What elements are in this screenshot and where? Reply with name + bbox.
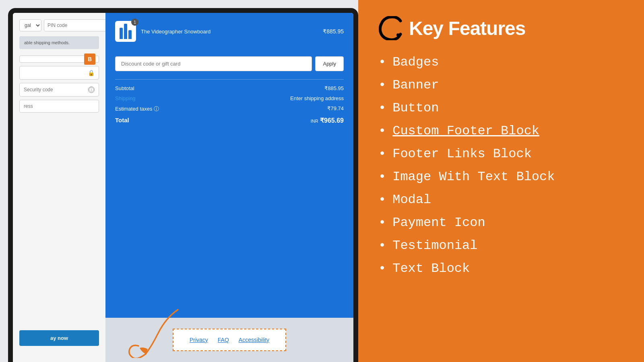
- list-item: Payment Icon: [378, 215, 624, 230]
- taxes-value: ₹79.74: [327, 105, 344, 113]
- feature-label: Image With Text Block: [392, 169, 555, 184]
- list-item: Testimonial: [378, 238, 624, 253]
- total-prefix: INR: [311, 119, 318, 123]
- list-item: Banner: [378, 78, 624, 93]
- card-brand-icon: B: [84, 53, 95, 65]
- total-value: INR ₹965.69: [311, 117, 344, 124]
- product-badge: 1: [131, 19, 138, 26]
- bar2: [124, 24, 127, 39]
- feature-label: Footer Links Block: [392, 146, 532, 161]
- checkout-footer-area: Privacy FAQ Accessibility: [105, 318, 353, 362]
- subtotal-label: Subtotal: [115, 85, 134, 91]
- checkout-main: 1 The Videographer Snowboard ₹885.95: [105, 13, 353, 362]
- feature-label: Custom Footer Block: [392, 123, 539, 138]
- info-icon: ⓘ: [88, 86, 95, 93]
- country-select[interactable]: gal: [19, 19, 41, 31]
- grand-total-row: Total INR ₹965.69: [115, 117, 344, 124]
- pay-now-button[interactable]: ay now: [19, 330, 99, 346]
- feature-label: Text Block: [392, 261, 470, 276]
- lock-icon: 🔒: [88, 70, 95, 76]
- footer-links-box: Privacy FAQ Accessibility: [173, 329, 286, 351]
- checkout-sidebar: gal able shipping methods. B 🔒: [13, 13, 105, 362]
- list-item-custom-footer: Custom Footer Block: [378, 123, 624, 138]
- list-item: Modal: [378, 192, 624, 207]
- accessibility-link[interactable]: Accessibility: [239, 337, 269, 343]
- key-features-header: Key Features: [378, 16, 624, 40]
- apply-button[interactable]: Apply: [315, 56, 344, 71]
- feature-label: Payment Icon: [392, 215, 485, 230]
- discount-row: Apply: [115, 56, 344, 71]
- bar1: [120, 28, 123, 39]
- total-amount: ₹965.69: [320, 117, 344, 124]
- feature-label: Badges: [392, 55, 439, 70]
- product-name: The Videographer Snowboard: [141, 29, 211, 35]
- device-frame: gal able shipping methods. B 🔒: [8, 8, 358, 362]
- c-logo-icon: [378, 16, 402, 40]
- subtotal-value: ₹885.95: [324, 85, 344, 91]
- list-item: Button: [378, 101, 624, 115]
- total-label: Total: [115, 117, 129, 124]
- address-input[interactable]: [19, 100, 99, 113]
- privacy-link[interactable]: Privacy: [190, 337, 208, 343]
- left-panel: gal able shipping methods. B 🔒: [0, 0, 358, 362]
- security-code-input[interactable]: [24, 87, 88, 93]
- list-item: Footer Links Block: [378, 146, 624, 161]
- shipping-row: Shipping Enter shipping address: [115, 95, 344, 101]
- bar3: [128, 30, 132, 39]
- product-info: 1 The Videographer Snowboard: [115, 21, 211, 42]
- product-image: 1: [115, 21, 136, 42]
- svg-point-0: [396, 33, 400, 37]
- discount-input[interactable]: [115, 56, 312, 71]
- taxes-label: Estimated taxes ⓘ: [115, 105, 159, 113]
- feature-label: Testimonial: [392, 238, 477, 253]
- sidebar-fields-row: gal: [19, 19, 99, 31]
- product-bars: [120, 24, 132, 39]
- security-code-row: ⓘ: [19, 83, 99, 97]
- product-price: ₹885.95: [323, 28, 344, 35]
- card-number-row: B: [19, 56, 99, 63]
- list-item: Text Block: [378, 261, 624, 276]
- product-row: 1 The Videographer Snowboard ₹885.95: [115, 21, 344, 48]
- shipping-label: Shipping: [115, 95, 136, 101]
- list-item: Badges: [378, 55, 624, 70]
- feature-label: Modal: [392, 192, 431, 207]
- feature-label: Button: [392, 101, 439, 115]
- list-item: Image With Text Block: [378, 169, 624, 184]
- pin-input[interactable]: [44, 19, 111, 31]
- device-screen: gal able shipping methods. B 🔒: [13, 13, 353, 362]
- shipping-notice: able shipping methods.: [19, 36, 99, 49]
- feature-label: Banner: [392, 78, 439, 93]
- totals-section: Subtotal ₹885.95 Shipping Enter shipping…: [115, 79, 344, 124]
- taxes-row: Estimated taxes ⓘ ₹79.74: [115, 105, 344, 113]
- key-features-title: Key Features: [409, 17, 525, 39]
- features-list: Badges Banner Button Custom Footer Block…: [378, 55, 624, 276]
- lock-row: 🔒: [19, 66, 99, 80]
- shipping-value: Enter shipping address: [290, 95, 344, 101]
- right-panel: Key Features Badges Banner Button Custom…: [358, 0, 644, 362]
- subtotal-row: Subtotal ₹885.95: [115, 85, 344, 91]
- faq-link[interactable]: FAQ: [218, 337, 229, 343]
